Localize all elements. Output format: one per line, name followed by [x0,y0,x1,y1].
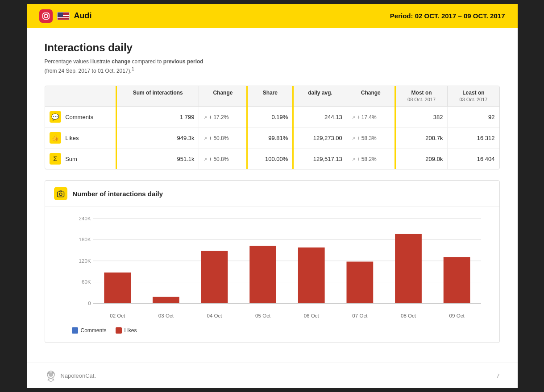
row-daily-change: ↗ + 58.3% [347,128,395,149]
table-row: 👍 Likes 949.3k ↗ + 50.8% 99.81% 129,273.… [45,128,499,149]
row-most: 209.0k [395,149,448,169]
row-daily-avg: 129,517.13 [293,149,347,169]
row-share: 99.81% [247,128,293,149]
row-sum: 951.1k [116,149,199,169]
row-icon: 👍 [50,132,61,144]
row-sum: 949.3k [116,128,199,149]
row-label: Comments [65,114,93,120]
th-least-on: Least on 03 Oct. 2017 [448,86,499,107]
svg-text:0: 0 [88,301,91,306]
th-most-on: Most on 08 Oct. 2017 [395,86,448,107]
chart-area: 060K120K180K240K02 Oct03 Oct04 Oct05 Oct… [45,207,499,323]
svg-text:02 Oct: 02 Oct [110,314,125,319]
row-icon: 💬 [50,111,61,123]
row-change: ↗ + 50.8% [199,149,247,169]
chart-title: Number of interactions daily [73,190,163,198]
table-row: Σ Sum 951.1k ↗ + 50.8% 100.00% 129,517.1… [45,149,499,169]
svg-text:60K: 60K [82,280,91,285]
th-sum: Sum of interactions [116,86,199,107]
th-daily-avg: daily avg. [293,86,347,107]
row-label-cell: 👍 Likes [45,128,116,149]
svg-text:180K: 180K [79,237,91,243]
svg-rect-28 [395,234,422,303]
row-daily-change: ↗ + 17.4% [347,107,395,128]
camera-icon [54,187,67,200]
row-most: 382 [395,107,448,128]
row-change: ↗ + 50.8% [199,128,247,149]
legend-likes-label: Likes [125,327,137,334]
main-content: Interactions daily Percentage values ill… [27,28,518,363]
svg-rect-20 [201,251,228,303]
row-least: 92 [448,107,499,128]
header: Audi Period: 02 OCT. 2017 – 09 OCT. 2017 [27,4,518,28]
page-title: Interactions daily [45,41,500,54]
instagram-icon [39,9,53,23]
svg-point-5 [59,193,62,196]
bar-chart: 060K120K180K240K02 Oct03 Oct04 Oct05 Oct… [67,214,490,321]
footer-logo: NapoleonCat. [45,369,96,382]
footer-page-number: 7 [496,372,499,379]
th-metric [45,86,116,107]
svg-text:240K: 240K [79,216,91,222]
interactions-table: Sum of interactions Change Share daily a… [45,86,499,169]
svg-rect-26 [346,262,373,303]
us-flag-icon [57,12,70,20]
subtitle: Percentage values illustrate change comp… [45,58,500,75]
svg-text:05 Oct: 05 Oct [255,314,271,319]
th-daily-change: Change [347,86,395,107]
svg-rect-18 [152,297,179,303]
period-label: Period: 02 OCT. 2017 – 09 OCT. 2017 [390,12,505,20]
row-least: 16 312 [448,128,499,149]
row-label: Sum [65,156,77,162]
footer: NapoleonCat. 7 [27,363,518,388]
row-share: 100.00% [247,149,293,169]
row-daily-change: ↗ + 58.2% [347,149,395,169]
row-label-cell: Σ Sum [45,149,116,169]
svg-point-3 [48,13,49,14]
row-daily-avg: 129,273.00 [293,128,347,149]
chart-legend: Comments Likes [45,323,499,334]
svg-text:04 Oct: 04 Oct [207,314,222,319]
svg-rect-22 [249,246,276,303]
row-icon: Σ [50,153,61,165]
svg-text:07 Oct: 07 Oct [352,314,368,319]
svg-rect-30 [443,257,470,304]
napoleon-cat-icon [45,369,57,382]
row-label-cell: 💬 Comments [45,107,116,128]
legend-likes: Likes [116,327,137,334]
row-share: 0.19% [247,107,293,128]
row-daily-avg: 244.13 [293,107,347,128]
th-change: Change [199,86,247,107]
footer-brand: NapoleonCat. [61,372,96,379]
legend-comments-box [72,327,78,334]
row-change: ↗ + 17.2% [199,107,247,128]
svg-text:08 Oct: 08 Oct [400,314,416,319]
table-row: 💬 Comments 1 799 ↗ + 17.2% 0.19% 244.13 … [45,107,499,128]
svg-point-36 [49,372,53,377]
legend-likes-box [116,327,122,334]
brand-name: Audi [74,11,92,21]
svg-rect-16 [104,273,131,304]
th-share: Share [247,86,293,107]
legend-comments: Comments [72,327,107,334]
svg-text:09 Oct: 09 Oct [449,314,465,319]
row-most: 208.7k [395,128,448,149]
row-label: Likes [65,135,79,141]
svg-text:06 Oct: 06 Oct [303,314,319,319]
row-sum: 1 799 [116,107,199,128]
svg-point-37 [49,379,53,381]
header-left: Audi [39,9,92,23]
legend-comments-label: Comments [81,327,107,334]
row-least: 16 404 [448,149,499,169]
interactions-table-container: Sum of interactions Change Share daily a… [45,86,500,170]
svg-text:03 Oct: 03 Oct [158,314,174,319]
chart-header: Number of interactions daily [45,181,499,207]
svg-text:120K: 120K [79,259,91,264]
svg-rect-24 [298,248,324,303]
chart-section: Number of interactions daily 060K120K180… [45,180,500,343]
page-container: Audi Period: 02 OCT. 2017 – 09 OCT. 2017… [27,4,518,388]
svg-rect-0 [39,9,53,23]
